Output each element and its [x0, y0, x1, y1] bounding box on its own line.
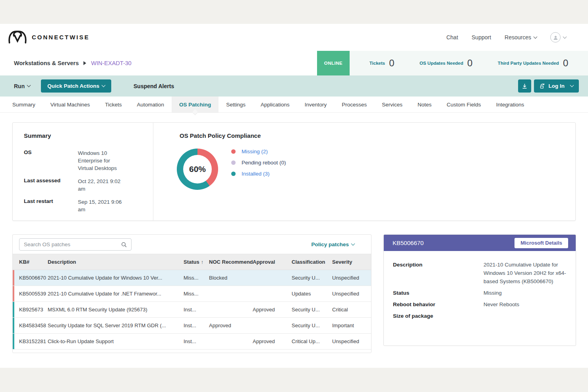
patch-table-header: KB# Description Status ↑ NOC Recommendat…	[13, 254, 371, 270]
col-noc-recommendation[interactable]: NOC Recommendation	[209, 259, 253, 265]
col-approval[interactable]: Approval	[253, 259, 292, 265]
compliance-title: OS Patch Policy Compliance	[180, 132, 575, 139]
tickets-stat[interactable]: Tickets 0	[369, 58, 395, 69]
connectwise-mark-icon	[7, 29, 28, 44]
download-button[interactable]	[518, 79, 531, 93]
missing-link[interactable]: Missing (2)	[242, 149, 268, 154]
toolbar-right-group: Log In	[518, 79, 579, 93]
compliance-donut-chart: 60%	[177, 149, 218, 190]
tab-settings[interactable]: Settings	[219, 97, 253, 112]
detail-field-reboot-behavior: Reboot behavior Never Reboots	[393, 300, 566, 309]
chevron-down-icon	[563, 35, 567, 39]
chat-link[interactable]: Chat	[446, 34, 458, 41]
search-box	[19, 238, 132, 251]
avatar-icon	[550, 32, 561, 42]
login-button[interactable]: Log In	[534, 79, 579, 93]
header-nav: Chat Support Resources	[446, 24, 566, 51]
legend-item-missing: Missing (2)	[231, 149, 286, 154]
chevron-down-icon	[27, 83, 31, 87]
col-description[interactable]: Description	[48, 259, 184, 265]
legend-item-pending-reboot: Pending reboot (0)	[231, 160, 286, 166]
tab-automation[interactable]: Automation	[130, 97, 172, 112]
col-status[interactable]: Status ↑	[184, 259, 209, 265]
connectwise-logo[interactable]: CONNECTWISE	[7, 29, 90, 44]
col-severity[interactable]: Severity	[332, 259, 371, 265]
chevron-down-icon	[570, 83, 574, 87]
summary-section: Summary OS Windows 10 Enterprise for Vir…	[13, 123, 153, 220]
device-stats-panel: Tickets 0 OS Updates Needed 0 Third Part…	[350, 51, 588, 75]
chevron-down-icon	[534, 35, 538, 39]
tickets-count: 0	[389, 58, 394, 69]
online-status-badge: ONLINE	[317, 51, 350, 75]
chevron-down-icon	[351, 242, 355, 246]
patch-detail-card: KB5006670 Microsoft Details Description …	[383, 234, 576, 346]
breadcrumb-parent-link[interactable]: Workstations & Servers	[14, 60, 79, 66]
table-row[interactable]: KB4583458 Security Update for SQL Server…	[13, 318, 371, 334]
third-party-updates-count: 0	[563, 58, 568, 69]
tab-os-patching[interactable]: OS Patching	[172, 97, 219, 112]
detail-field-description: Description 2021-10 Cumulative Update fo…	[393, 261, 566, 286]
tab-processes[interactable]: Processes	[334, 97, 374, 112]
last-assessed-label: Last assessed	[24, 178, 78, 193]
tab-inventory[interactable]: Inventory	[297, 97, 335, 112]
quick-patch-actions-button[interactable]: Quick Patch Actions	[41, 79, 111, 93]
app-window: CONNECTWISE Chat Support Resources Works…	[0, 0, 588, 392]
tab-virtual-machines[interactable]: Virtual Machines	[43, 97, 98, 112]
remote-login-icon	[540, 83, 545, 89]
action-toolbar: Run Quick Patch Actions Suspend Alerts L…	[0, 75, 588, 97]
last-restart-label: Last restart	[24, 198, 78, 213]
patch-kb-title: KB5006670	[393, 239, 424, 246]
breadcrumb-arrow-icon	[83, 61, 86, 65]
os-label: OS	[24, 149, 78, 172]
table-row[interactable]: KB3152281 Click-to-Run Update Support In…	[13, 334, 371, 350]
tab-integrations[interactable]: Integrations	[489, 97, 532, 112]
legend-dot	[231, 160, 236, 165]
detail-field-status: Status Missing	[393, 289, 566, 297]
summary-compliance-card: Summary OS Windows 10 Enterprise for Vir…	[12, 122, 576, 221]
tab-services[interactable]: Services	[374, 97, 410, 112]
detail-field-size-of-package: Size of package	[393, 312, 566, 320]
tab-applications[interactable]: Applications	[253, 97, 297, 112]
last-restart-value: Sep 15, 2021 9:06 am	[78, 198, 126, 213]
tab-summary[interactable]: Summary	[5, 97, 43, 112]
page-bottom-margin	[0, 368, 588, 392]
user-menu[interactable]	[550, 32, 566, 42]
policy-patches-filter[interactable]: Policy patches	[311, 235, 354, 254]
patch-detail-header: KB5006670 Microsoft Details	[384, 235, 576, 251]
pending-reboot-label: Pending reboot (0)	[242, 160, 286, 166]
brand-name: CONNECTWISE	[32, 34, 90, 41]
resources-menu[interactable]: Resources	[505, 34, 537, 41]
legend-dot	[231, 149, 236, 154]
third-party-updates-stat[interactable]: Third Party Updates Needed 0	[498, 58, 568, 69]
run-menu[interactable]: Run	[14, 83, 30, 89]
table-row[interactable]: KB5005539 2021-10 Cumulative Update for …	[13, 286, 371, 302]
breadcrumb: Workstations & Servers WIN-EXADT-30	[14, 51, 132, 75]
device-status-row: Workstations & Servers WIN-EXADT-30 ONLI…	[0, 51, 588, 75]
search-input[interactable]	[19, 241, 121, 247]
os-value: Windows 10 Enterprise for Virtual Deskto…	[78, 149, 126, 172]
tab-notes[interactable]: Notes	[410, 97, 439, 112]
table-row[interactable]: KB5006670 2021-10 Cumulative Update for …	[13, 270, 371, 286]
table-row[interactable]: KB925673 MSXML 6.0 RTM Security Update (…	[13, 302, 371, 318]
col-kb[interactable]: KB#	[19, 259, 48, 265]
last-assessed-value: Oct 22, 2021 9:02 am	[78, 178, 126, 193]
legend-item-installed: Installed (3)	[231, 171, 286, 177]
sort-asc-icon: ↑	[201, 259, 204, 265]
chevron-down-icon	[102, 83, 106, 87]
legend-dot	[231, 172, 236, 176]
suspend-alerts-button[interactable]: Suspend Alerts	[133, 83, 174, 89]
col-classification[interactable]: Classification	[292, 259, 332, 265]
installed-link[interactable]: Installed (3)	[242, 171, 270, 177]
tab-custom-fields[interactable]: Custom Fields	[439, 97, 488, 112]
search-icon[interactable]	[121, 241, 127, 248]
compliance-legend: Missing (2) Pending reboot (0) Installed…	[231, 149, 286, 177]
microsoft-details-button[interactable]: Microsoft Details	[514, 238, 568, 248]
tab-tickets[interactable]: Tickets	[97, 97, 129, 112]
os-patches-panel: Policy patches KB# Description Status ↑ …	[12, 234, 371, 353]
device-tabs: Summary Virtual Machines Tickets Automat…	[0, 97, 588, 113]
patches-toolbar: Policy patches	[13, 235, 371, 254]
os-updates-stat[interactable]: OS Updates Needed 0	[420, 58, 472, 69]
support-link[interactable]: Support	[472, 34, 491, 41]
summary-title: Summary	[24, 132, 142, 139]
top-header: CONNECTWISE Chat Support Resources	[0, 24, 588, 51]
